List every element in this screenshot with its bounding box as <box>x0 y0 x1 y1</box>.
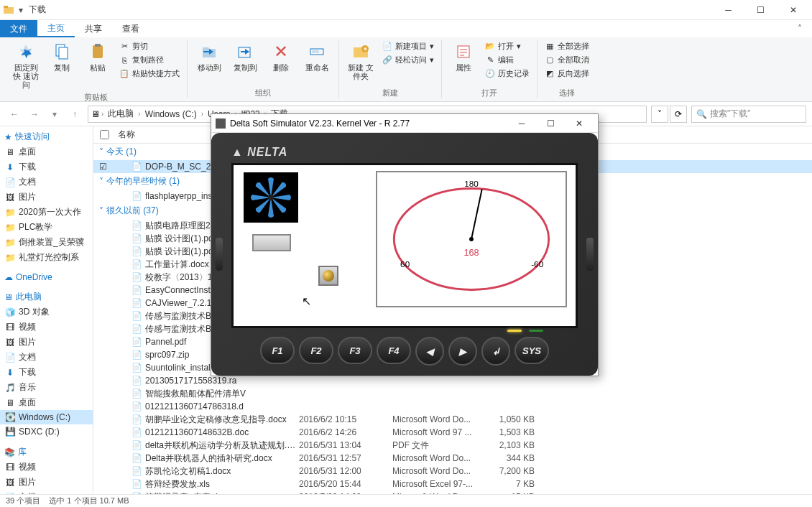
properties-button[interactable]: 属性 <box>448 40 479 73</box>
tree-desktop2[interactable]: 🖥桌面 <box>0 395 93 410</box>
tree-libraries[interactable]: 📚库 <box>0 445 93 460</box>
select-all-checkbox[interactable] <box>100 130 109 139</box>
qat-button[interactable]: ▾ <box>19 5 23 15</box>
tree-onedrive[interactable]: ☁OneDrive <box>0 271 93 284</box>
tree-ldocs[interactable]: 📄文档 <box>0 490 93 494</box>
copy-button[interactable]: 复制 <box>46 40 78 73</box>
tree-sdxc[interactable]: 💾SDXC (D:) <box>0 424 93 439</box>
minimize-button[interactable]: ─ <box>712 0 744 20</box>
nav-up-button[interactable]: ↑ <box>66 106 83 123</box>
hmi-f3-button[interactable]: F3 <box>338 337 372 364</box>
tab-view[interactable]: 查看 <box>112 20 149 37</box>
file-row[interactable]: 📄01212113607148632B.doc2016/6/2 14:26Mic… <box>93 426 812 439</box>
file-row[interactable]: 📄答辩记录表_空表.docx2016/5/20 14:09Microsoft W… <box>93 490 812 494</box>
hmi-led-yellow <box>507 330 522 332</box>
file-row[interactable]: 📄胡鹏毕业论文定稿修改意见指导.docx2016/6/2 10:15Micros… <box>93 413 812 426</box>
tree-folder4[interactable]: 📁礼堂灯光控制系 <box>0 250 93 265</box>
moveto-button[interactable]: 移动到 <box>193 40 225 73</box>
tree-downloads[interactable]: ⬇下载 <box>0 159 93 175</box>
rename-button[interactable]: 重命名 <box>301 40 333 73</box>
hmi-f2-button[interactable]: F2 <box>299 337 333 364</box>
lamp-widget[interactable] <box>318 266 338 286</box>
window-title: 下载 <box>29 4 46 16</box>
history-button[interactable]: 🕘历史记录 <box>484 68 531 80</box>
nav-back-button[interactable]: ← <box>6 106 23 123</box>
gauge-value: 168 <box>463 247 479 258</box>
tree-desktop[interactable]: 🖥桌面 <box>0 144 93 159</box>
cut-button[interactable]: ✂剪切 <box>118 40 181 52</box>
tree-pictures[interactable]: 🖼图片 <box>0 190 93 205</box>
tree-folder3[interactable]: 📁倒推装置_吴荣骥 <box>0 235 93 250</box>
file-row[interactable]: 📄0121211360714786318.d <box>93 400 812 413</box>
file-icon: 📄 <box>131 478 142 490</box>
group-new-label: 新建 <box>382 88 398 98</box>
hmi-f1-button[interactable]: F1 <box>260 337 295 364</box>
gray-button-widget[interactable] <box>252 234 291 251</box>
close-button[interactable]: ✕ <box>777 0 809 20</box>
file-icon: 📄 <box>131 259 142 270</box>
tree-lpics[interactable]: 🖼图片 <box>0 475 93 490</box>
selectall-button[interactable]: ▦全部选择 <box>543 40 591 52</box>
file-row[interactable]: 📄delta并联机构运动学分析及轨迹规划.pdf2016/5/31 13:04P… <box>93 439 812 452</box>
tree-videos[interactable]: 🎞视频 <box>0 320 93 335</box>
invert-button[interactable]: ◩反向选择 <box>543 68 591 80</box>
ribbon-collapse-button[interactable]: ˄ <box>788 20 812 37</box>
tree-3d[interactable]: 🧊3D 对象 <box>0 304 93 320</box>
breadcrumb-dropdown-button[interactable]: ˅ <box>651 106 668 123</box>
tree-docs2[interactable]: 📄文档 <box>0 350 93 365</box>
sim-close-button[interactable]: ✕ <box>565 115 594 132</box>
nav-tree[interactable]: ★快速访问 🖥桌面 ⬇下载 📄文档 🖼图片 📁2020第一次大作 📁PLC教学 … <box>0 126 93 494</box>
nav-forward-button[interactable]: → <box>26 106 43 123</box>
gauge-widget[interactable]: 180 60 -60 168 <box>376 171 567 307</box>
tree-cdrive[interactable]: 💽Windows (C:) <box>0 410 93 424</box>
refresh-button[interactable]: ⟳ <box>670 106 687 123</box>
tree-dl2[interactable]: ⬇下载 <box>0 365 93 380</box>
tree-lvideos[interactable]: 🎞视频 <box>0 460 93 475</box>
tree-pictures2[interactable]: 🖼图片 <box>0 335 93 350</box>
crumb-root[interactable]: 此电脑 <box>105 108 137 120</box>
gauge-label-right: -60 <box>531 259 543 269</box>
tab-home[interactable]: 主页 <box>37 20 75 37</box>
hmi-f4-button[interactable]: F4 <box>377 337 411 364</box>
open-button[interactable]: 📂打开 ▾ <box>484 40 531 52</box>
hmi-right-button[interactable]: ▶ <box>448 337 477 366</box>
copyto-button[interactable]: 复制到 <box>229 40 261 73</box>
tree-folder1[interactable]: 📁2020第一次大作 <box>0 205 93 220</box>
delete-button[interactable]: ✕删除 <box>265 40 297 73</box>
newitem-button[interactable]: 📄新建项目 ▾ <box>381 40 435 52</box>
tree-documents[interactable]: 📄文档 <box>0 175 93 190</box>
pin-button[interactable]: 固定到快 速访问 <box>10 40 42 90</box>
sim-maximize-button[interactable]: ☐ <box>536 115 565 132</box>
svg-rect-4 <box>93 45 103 58</box>
hmi-screen[interactable]: 180 60 -60 168 <box>231 163 578 328</box>
file-row[interactable]: 📄Delta并联机器人的插补研究.docx2016/5/31 12:57Micr… <box>93 452 812 465</box>
sim-minimize-button[interactable]: ─ <box>507 115 536 132</box>
file-row[interactable]: 📄答辩经费发放.xls2016/5/20 15:44Microsoft Exce… <box>93 478 812 490</box>
explorer-titlebar: ▾ 下载 ─ ☐ ✕ <box>0 0 812 20</box>
simulator-window[interactable]: Delta Soft Simulator V2.23. Kernel Ver -… <box>211 113 599 376</box>
maximize-button[interactable]: ☐ <box>744 0 777 20</box>
tab-share[interactable]: 共享 <box>75 20 112 37</box>
fan-widget[interactable] <box>244 172 298 223</box>
sim-titlebar[interactable]: Delta Soft Simulator V2.23. Kernel Ver -… <box>211 114 598 133</box>
nav-recent-button[interactable]: ▾ <box>46 106 63 123</box>
file-row[interactable]: 📄苏凯伦论文初稿1.docx2016/5/31 12:00Microsoft W… <box>93 465 812 478</box>
tree-music[interactable]: 🎵音乐 <box>0 380 93 395</box>
crumb-c[interactable]: Windows (C:) <box>142 109 200 119</box>
hmi-enter-button[interactable]: ↲ <box>481 337 510 366</box>
hmi-left-button[interactable]: ◀ <box>415 337 444 366</box>
hmi-sys-button[interactable]: SYS <box>515 337 549 364</box>
tab-file[interactable]: 文件 <box>0 20 37 37</box>
search-input[interactable]: 🔍 搜索"下载" <box>691 106 806 123</box>
selectnone-button[interactable]: ▢全部取消 <box>543 54 591 66</box>
file-row[interactable]: 📄智能搜救船船体配件清单V <box>93 387 812 400</box>
newfolder-button[interactable]: ✦新建 文件夹 <box>345 40 377 82</box>
edit-button[interactable]: ✎编辑 <box>484 54 531 66</box>
easyaccess-button[interactable]: 🔗轻松访问 ▾ <box>381 54 435 66</box>
paste-button[interactable]: 粘贴 <box>82 40 114 73</box>
tree-quick-access[interactable]: ★快速访问 <box>0 129 93 144</box>
paste-shortcut-button[interactable]: 📋粘贴快捷方式 <box>118 68 181 80</box>
tree-thispc[interactable]: 🖥此电脑 <box>0 289 93 304</box>
tree-folder2[interactable]: 📁PLC教学 <box>0 220 93 235</box>
copypath-button[interactable]: ⎘复制路径 <box>118 54 181 66</box>
